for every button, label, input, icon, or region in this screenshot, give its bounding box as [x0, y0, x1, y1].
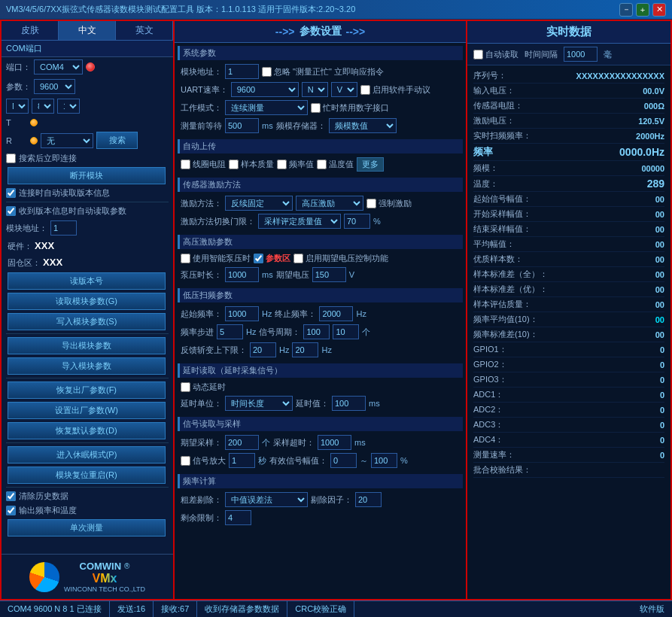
auto-read-checkbox[interactable]	[473, 50, 483, 59]
valid-amp-min-input[interactable]	[330, 453, 357, 468]
dynamic-delay-checkbox[interactable]	[181, 382, 190, 392]
expected-sample-label: 期望采样：	[181, 437, 222, 448]
uart-n-select[interactable]: N	[302, 82, 328, 97]
close-button[interactable]: ✕	[652, 3, 666, 17]
force-excit-checkbox[interactable]	[366, 199, 376, 208]
period-volt-ctrl-checkbox[interactable]	[293, 254, 303, 263]
excit-switch-unit: %	[373, 217, 381, 226]
sys-module-addr-input[interactable]	[225, 64, 259, 79]
maximize-button[interactable]: +	[636, 3, 649, 17]
end-freq-input[interactable]	[319, 306, 353, 321]
signal-gain-input[interactable]	[229, 453, 255, 468]
minimize-button[interactable]: －	[619, 3, 633, 17]
remove-factor-input[interactable]	[355, 492, 382, 507]
serial-no-label: 序列号：	[473, 70, 506, 81]
clear-history-checkbox[interactable]	[6, 491, 16, 501]
com-port-select[interactable]: COM4	[34, 59, 83, 74]
baud-select[interactable]: 9600	[34, 79, 75, 94]
auto-connect-checkbox[interactable]	[6, 153, 16, 163]
tab-english[interactable]: 英文	[116, 21, 173, 40]
data-bits-select[interactable]: 8	[32, 99, 54, 114]
output-freq-checkbox[interactable]	[6, 506, 16, 515]
tab-skin[interactable]: 皮肤	[2, 21, 59, 40]
reset-button[interactable]: 模块复位重启(R)	[8, 467, 166, 484]
module-addr-input[interactable]	[50, 220, 77, 236]
sample-quality-value: 00	[655, 300, 664, 309]
disconnect-button[interactable]: 断开模块	[8, 167, 166, 184]
status-receive: 接收:67	[154, 601, 197, 617]
residual-input[interactable]	[225, 510, 251, 525]
signal-gain-checkbox[interactable]	[181, 456, 190, 466]
smart-pump-label: 使用智能泵压时	[193, 253, 251, 264]
freq-step-unit: Hz	[246, 327, 256, 336]
excit-switch-percent-input[interactable]	[344, 214, 370, 229]
freq-value-checkbox[interactable]	[277, 160, 287, 169]
auto-version-checkbox[interactable]	[6, 188, 16, 198]
work-mode-select[interactable]: 连续测量	[225, 100, 308, 115]
wire-res-checkbox[interactable]	[181, 160, 190, 169]
freq-value-label: 频率值	[289, 159, 314, 170]
input-volt-row: 输入电压： 00.0V	[473, 84, 664, 99]
valid-amp-max-input[interactable]	[371, 453, 397, 468]
expected-sample-input[interactable]	[225, 435, 259, 450]
read-params-button[interactable]: 读取模块参数(G)	[8, 293, 166, 310]
freq-row: 频率 0000.0Hz	[473, 144, 664, 161]
excit-method-select[interactable]: 反续固定	[225, 196, 293, 211]
freq-avg10-row: 频率平均值(10)： 00	[473, 312, 664, 327]
read-version-button[interactable]: 读版本号	[8, 272, 166, 290]
arrow-left: -->>	[275, 26, 295, 38]
import-params-button[interactable]: 导入模块参数	[8, 357, 166, 375]
residual-label: 剩余限制：	[181, 512, 222, 524]
uart-speed-select[interactable]: 9600	[231, 82, 299, 97]
more-upload-button[interactable]: 更多	[357, 157, 384, 172]
input-volt-value: 00.0V	[643, 87, 664, 96]
search-button[interactable]: 搜索	[96, 132, 138, 149]
auto-read-params-checkbox[interactable]	[6, 206, 16, 216]
busy-disable-checkbox[interactable]	[311, 103, 321, 113]
handshake-checkbox[interactable]	[360, 85, 370, 95]
temp-value-checkbox[interactable]	[317, 160, 327, 169]
parity-select[interactable]: N	[6, 99, 29, 114]
measure-speed-row: 测量速率： 0	[473, 448, 664, 463]
wait-time-input[interactable]	[225, 118, 259, 133]
feedback-label: 反馈斩变上下限：	[181, 345, 247, 356]
interval-input[interactable]	[564, 47, 598, 62]
rough-remove-select[interactable]: 中值误差法	[225, 492, 308, 507]
param-area-checkbox[interactable]	[254, 254, 263, 263]
no-select[interactable]: 无	[41, 133, 93, 148]
sleep-button[interactable]: 进入休眠模式(P)	[8, 446, 166, 464]
set-factory-button[interactable]: 设置出厂参数(W)	[8, 402, 166, 419]
sample-timeout-input[interactable]	[318, 435, 351, 450]
pump-time-label: 泵压时长：	[181, 269, 222, 281]
sample-quality-checkbox[interactable]	[229, 160, 239, 169]
smart-pump-checkbox[interactable]	[181, 254, 190, 263]
feedback2-input[interactable]	[292, 342, 318, 357]
write-params-button[interactable]: 写入模块参数(S)	[8, 313, 166, 330]
delay-unit-select[interactable]: 时间长度	[225, 396, 293, 411]
freq-avg10-value: 00	[655, 315, 664, 324]
tab-chinese[interactable]: 中文	[59, 21, 116, 40]
uart-v-select[interactable]: V	[331, 82, 357, 97]
period2-input[interactable]	[333, 324, 359, 339]
feedback1-input[interactable]	[250, 342, 276, 357]
single-measure-button[interactable]: 单次测量	[8, 519, 166, 536]
adc3-label: ADC3：	[473, 419, 503, 430]
export-params-button[interactable]: 导出模块参数	[8, 337, 166, 354]
data-bits-row: N 8 1	[2, 96, 173, 116]
excit-highvolt-select[interactable]: 高压激励	[296, 196, 363, 211]
restore-default-button[interactable]: 恢复默认参数(D)	[8, 422, 166, 439]
period1-input[interactable]	[303, 324, 330, 339]
temp-row: 温度： 289	[473, 176, 664, 192]
start-freq-input[interactable]	[225, 306, 259, 321]
freq-step-input[interactable]	[217, 324, 243, 339]
period-volt-input[interactable]	[312, 267, 346, 282]
ignore-busy-checkbox[interactable]	[262, 67, 272, 77]
period-unit: 个	[362, 327, 370, 338]
delay-value-input[interactable]	[332, 396, 366, 411]
excit-switch-select[interactable]: 采样评定质量值	[258, 214, 341, 229]
pump-time-input[interactable]	[225, 267, 259, 282]
freq-storage-select[interactable]: 频模数值	[329, 118, 397, 133]
adc3-row: ADC3： 0	[473, 418, 664, 433]
stop-bits-select[interactable]: 1	[57, 99, 80, 114]
restore-factory-button[interactable]: 恢复出厂参数(F)	[8, 381, 166, 399]
